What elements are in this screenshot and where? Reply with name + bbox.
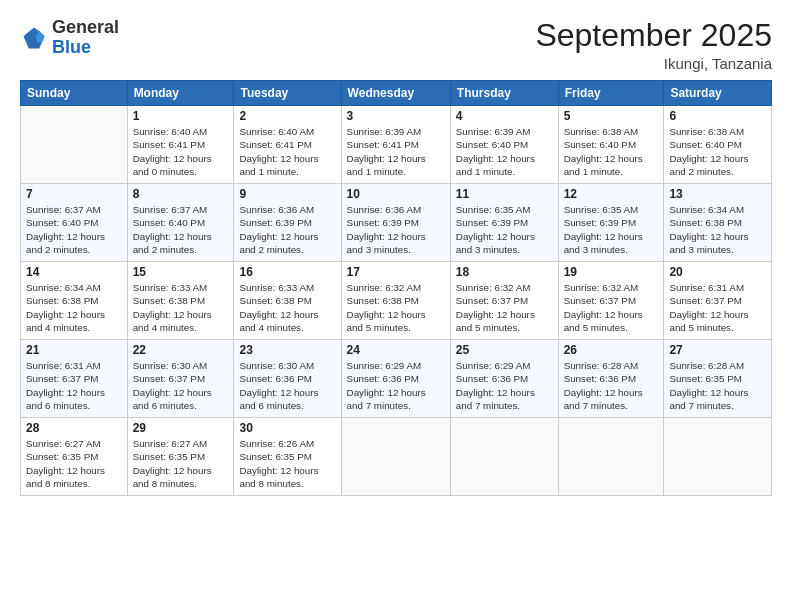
- calendar-cell: 5Sunrise: 6:38 AM Sunset: 6:40 PM Daylig…: [558, 106, 664, 184]
- title-block: September 2025 Ikungi, Tanzania: [535, 18, 772, 72]
- day-info: Sunrise: 6:39 AM Sunset: 6:41 PM Dayligh…: [347, 125, 445, 178]
- calendar-cell: 27Sunrise: 6:28 AM Sunset: 6:35 PM Dayli…: [664, 340, 772, 418]
- day-info: Sunrise: 6:27 AM Sunset: 6:35 PM Dayligh…: [26, 437, 122, 490]
- day-number: 9: [239, 187, 335, 201]
- day-number: 12: [564, 187, 659, 201]
- day-info: Sunrise: 6:38 AM Sunset: 6:40 PM Dayligh…: [669, 125, 766, 178]
- month-title: September 2025: [535, 18, 772, 53]
- day-number: 7: [26, 187, 122, 201]
- week-row-5: 28Sunrise: 6:27 AM Sunset: 6:35 PM Dayli…: [21, 418, 772, 496]
- calendar-cell: 9Sunrise: 6:36 AM Sunset: 6:39 PM Daylig…: [234, 184, 341, 262]
- day-number: 4: [456, 109, 553, 123]
- logo: General Blue: [20, 18, 119, 58]
- day-number: 22: [133, 343, 229, 357]
- col-tuesday: Tuesday: [234, 81, 341, 106]
- calendar-cell: 22Sunrise: 6:30 AM Sunset: 6:37 PM Dayli…: [127, 340, 234, 418]
- header: General Blue September 2025 Ikungi, Tanz…: [20, 18, 772, 72]
- logo-blue: Blue: [52, 37, 91, 57]
- day-info: Sunrise: 6:39 AM Sunset: 6:40 PM Dayligh…: [456, 125, 553, 178]
- calendar-cell: 12Sunrise: 6:35 AM Sunset: 6:39 PM Dayli…: [558, 184, 664, 262]
- day-number: 29: [133, 421, 229, 435]
- day-info: Sunrise: 6:40 AM Sunset: 6:41 PM Dayligh…: [239, 125, 335, 178]
- day-number: 19: [564, 265, 659, 279]
- col-wednesday: Wednesday: [341, 81, 450, 106]
- day-info: Sunrise: 6:36 AM Sunset: 6:39 PM Dayligh…: [239, 203, 335, 256]
- logo-general: General: [52, 17, 119, 37]
- day-info: Sunrise: 6:34 AM Sunset: 6:38 PM Dayligh…: [26, 281, 122, 334]
- day-number: 24: [347, 343, 445, 357]
- calendar-cell: [341, 418, 450, 496]
- calendar-cell: 7Sunrise: 6:37 AM Sunset: 6:40 PM Daylig…: [21, 184, 128, 262]
- day-info: Sunrise: 6:26 AM Sunset: 6:35 PM Dayligh…: [239, 437, 335, 490]
- day-info: Sunrise: 6:30 AM Sunset: 6:37 PM Dayligh…: [133, 359, 229, 412]
- day-info: Sunrise: 6:29 AM Sunset: 6:36 PM Dayligh…: [456, 359, 553, 412]
- logo-text: General Blue: [52, 18, 119, 58]
- day-number: 16: [239, 265, 335, 279]
- calendar-cell: 30Sunrise: 6:26 AM Sunset: 6:35 PM Dayli…: [234, 418, 341, 496]
- calendar-cell: [450, 418, 558, 496]
- day-info: Sunrise: 6:36 AM Sunset: 6:39 PM Dayligh…: [347, 203, 445, 256]
- day-info: Sunrise: 6:28 AM Sunset: 6:36 PM Dayligh…: [564, 359, 659, 412]
- day-info: Sunrise: 6:35 AM Sunset: 6:39 PM Dayligh…: [564, 203, 659, 256]
- day-info: Sunrise: 6:28 AM Sunset: 6:35 PM Dayligh…: [669, 359, 766, 412]
- day-number: 17: [347, 265, 445, 279]
- week-row-2: 7Sunrise: 6:37 AM Sunset: 6:40 PM Daylig…: [21, 184, 772, 262]
- calendar: Sunday Monday Tuesday Wednesday Thursday…: [20, 80, 772, 496]
- day-info: Sunrise: 6:29 AM Sunset: 6:36 PM Dayligh…: [347, 359, 445, 412]
- day-info: Sunrise: 6:32 AM Sunset: 6:37 PM Dayligh…: [456, 281, 553, 334]
- day-number: 23: [239, 343, 335, 357]
- calendar-cell: 2Sunrise: 6:40 AM Sunset: 6:41 PM Daylig…: [234, 106, 341, 184]
- calendar-cell: 25Sunrise: 6:29 AM Sunset: 6:36 PM Dayli…: [450, 340, 558, 418]
- calendar-cell: [558, 418, 664, 496]
- day-number: 27: [669, 343, 766, 357]
- day-info: Sunrise: 6:34 AM Sunset: 6:38 PM Dayligh…: [669, 203, 766, 256]
- day-number: 20: [669, 265, 766, 279]
- day-info: Sunrise: 6:38 AM Sunset: 6:40 PM Dayligh…: [564, 125, 659, 178]
- day-info: Sunrise: 6:40 AM Sunset: 6:41 PM Dayligh…: [133, 125, 229, 178]
- day-number: 18: [456, 265, 553, 279]
- day-number: 8: [133, 187, 229, 201]
- logo-icon: [20, 24, 48, 52]
- calendar-cell: 28Sunrise: 6:27 AM Sunset: 6:35 PM Dayli…: [21, 418, 128, 496]
- calendar-cell: 14Sunrise: 6:34 AM Sunset: 6:38 PM Dayli…: [21, 262, 128, 340]
- day-number: 2: [239, 109, 335, 123]
- day-number: 21: [26, 343, 122, 357]
- calendar-cell: 20Sunrise: 6:31 AM Sunset: 6:37 PM Dayli…: [664, 262, 772, 340]
- calendar-cell: 16Sunrise: 6:33 AM Sunset: 6:38 PM Dayli…: [234, 262, 341, 340]
- day-info: Sunrise: 6:31 AM Sunset: 6:37 PM Dayligh…: [669, 281, 766, 334]
- calendar-cell: 3Sunrise: 6:39 AM Sunset: 6:41 PM Daylig…: [341, 106, 450, 184]
- calendar-cell: 11Sunrise: 6:35 AM Sunset: 6:39 PM Dayli…: [450, 184, 558, 262]
- day-number: 28: [26, 421, 122, 435]
- day-info: Sunrise: 6:31 AM Sunset: 6:37 PM Dayligh…: [26, 359, 122, 412]
- calendar-cell: 24Sunrise: 6:29 AM Sunset: 6:36 PM Dayli…: [341, 340, 450, 418]
- col-friday: Friday: [558, 81, 664, 106]
- calendar-cell: 29Sunrise: 6:27 AM Sunset: 6:35 PM Dayli…: [127, 418, 234, 496]
- day-number: 10: [347, 187, 445, 201]
- week-row-1: 1Sunrise: 6:40 AM Sunset: 6:41 PM Daylig…: [21, 106, 772, 184]
- calendar-cell: 18Sunrise: 6:32 AM Sunset: 6:37 PM Dayli…: [450, 262, 558, 340]
- day-number: 6: [669, 109, 766, 123]
- calendar-cell: [21, 106, 128, 184]
- calendar-cell: 4Sunrise: 6:39 AM Sunset: 6:40 PM Daylig…: [450, 106, 558, 184]
- week-row-4: 21Sunrise: 6:31 AM Sunset: 6:37 PM Dayli…: [21, 340, 772, 418]
- day-number: 15: [133, 265, 229, 279]
- calendar-cell: 21Sunrise: 6:31 AM Sunset: 6:37 PM Dayli…: [21, 340, 128, 418]
- day-info: Sunrise: 6:33 AM Sunset: 6:38 PM Dayligh…: [239, 281, 335, 334]
- day-info: Sunrise: 6:33 AM Sunset: 6:38 PM Dayligh…: [133, 281, 229, 334]
- calendar-cell: 1Sunrise: 6:40 AM Sunset: 6:41 PM Daylig…: [127, 106, 234, 184]
- day-info: Sunrise: 6:35 AM Sunset: 6:39 PM Dayligh…: [456, 203, 553, 256]
- col-monday: Monday: [127, 81, 234, 106]
- day-number: 11: [456, 187, 553, 201]
- day-info: Sunrise: 6:30 AM Sunset: 6:36 PM Dayligh…: [239, 359, 335, 412]
- day-info: Sunrise: 6:37 AM Sunset: 6:40 PM Dayligh…: [26, 203, 122, 256]
- day-number: 1: [133, 109, 229, 123]
- calendar-cell: 10Sunrise: 6:36 AM Sunset: 6:39 PM Dayli…: [341, 184, 450, 262]
- calendar-cell: 15Sunrise: 6:33 AM Sunset: 6:38 PM Dayli…: [127, 262, 234, 340]
- day-info: Sunrise: 6:32 AM Sunset: 6:37 PM Dayligh…: [564, 281, 659, 334]
- calendar-cell: 17Sunrise: 6:32 AM Sunset: 6:38 PM Dayli…: [341, 262, 450, 340]
- day-number: 30: [239, 421, 335, 435]
- day-number: 14: [26, 265, 122, 279]
- calendar-header-row: Sunday Monday Tuesday Wednesday Thursday…: [21, 81, 772, 106]
- day-info: Sunrise: 6:37 AM Sunset: 6:40 PM Dayligh…: [133, 203, 229, 256]
- col-sunday: Sunday: [21, 81, 128, 106]
